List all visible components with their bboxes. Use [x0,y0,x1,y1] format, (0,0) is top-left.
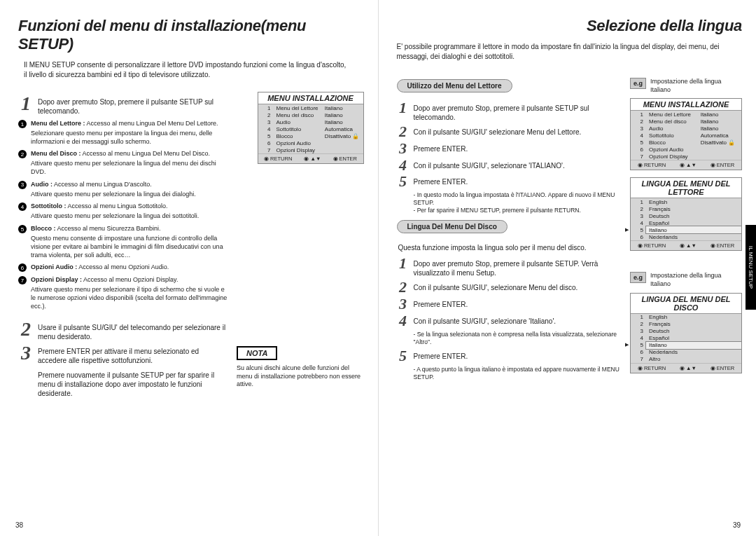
osd-setup-left: MENU INSTALLAZIONE1Menu del LettoreItali… [258,92,364,164]
step-num-1: 1 [18,95,34,112]
bullet-num-icon: 7 [18,276,27,284]
s2-num-2: 2 [397,280,410,294]
page-left: Funzioni del menu di installazione(menu … [0,0,379,536]
page-number-left: 38 [15,521,23,529]
bullet-6: 6Opzioni Audio : Accesso al menu Opzioni… [18,263,228,272]
bullet-desc-5: Questo menu consente di impostare una fu… [31,235,228,259]
left-intro: Il MENU SETUP consente di personalizzare… [24,60,347,79]
nota-text: Su alcuni dischi alcune delle funzioni d… [237,364,364,389]
eg-text-1: Impostazione della lingua Italiano [650,78,742,94]
bullet-desc-7: Attivare questo menu per selezionare il … [31,286,228,310]
side-tab: IL MENU SETUP [746,225,756,310]
bullet-num-icon: 4 [18,202,27,211]
right-intro: E' possibile programmare il lettore in m… [397,42,743,61]
s2-num-1: 1 [397,256,410,270]
bullet-num-icon: 6 [18,263,27,272]
bullet-1: 1Menu del Lettore : Accesso al menu Ling… [18,120,228,128]
step-num-3: 3 [18,344,34,362]
page-number-right: 39 [733,521,741,529]
bullet-num-icon: 5 [18,225,27,233]
left-step1: Dopo aver premuto Stop, premere il pulsa… [38,95,228,116]
s1-txt-3: Premere ENTER. [414,142,622,153]
osd-disco: LINGUA DEL MENU DEL DISCO1English2França… [630,293,742,373]
bullet-7: 7Opzioni Display : Accesso al menu Opzio… [18,276,228,284]
s2-txt-3: Premere ENTER. [414,297,622,309]
s2n2-0: - A questo punto la lingua italiano è im… [414,366,622,381]
s1-txt-1: Dopo aver premuto Stop, premere il pulsa… [414,101,622,122]
bullet-num-icon: 1 [18,120,27,128]
bullet-5: 5Blocco : Accesso al menu Sicurezza Bamb… [18,225,228,233]
bullet-desc-2: Attivare questo menu per selezionare la … [31,160,228,176]
eg-text-2: Impostazione della lingua Italiano [650,272,742,288]
s1n-0: - In questo modo la lingua impostata è l… [414,191,622,207]
bullet-desc-4: Attivare questo menu per selezionare la … [31,212,228,221]
s1-num-1: 1 [397,101,410,115]
bullet-desc-1: Selezionare questo menu per impostare la… [31,130,228,146]
s1-num-2: 2 [397,125,410,139]
bullet-desc-3: Attivare questo menu per selezionare la … [31,191,228,199]
subheader-disco: Lingua Del Menu Del Disco [397,220,507,233]
eg-badge-2: e.g [630,272,646,283]
s2n-0: - Se la lingua selezionata non è compres… [414,331,622,346]
bullet-4: 4Sottotitolo : Accesso al menu Lingua So… [18,202,228,211]
bullet-num-icon: 2 [18,150,27,158]
s1n-1: - Per far sparire il MENU SETUP, premere… [414,207,622,214]
subheader-lettore: Utilizzo del Menu del Lettore [397,79,512,92]
bullet-2: 2Menu del Disco : Accesso al menu Lingua… [18,150,228,158]
page-spread: Funzioni del menu di installazione(menu … [0,0,756,536]
left-step3b: Premere nuovamente il pulsante SETUP per… [38,368,228,398]
left-step3: Premere ENTER per attivare il menu selez… [38,344,228,365]
s2-num-4: 4 [397,314,410,328]
s2-num-3: 3 [397,297,410,311]
left-title: Funzioni del menu di installazione(menu … [18,17,364,53]
s2-txt-2: Con il pulsante SU/GIU', selezionare Men… [414,280,622,292]
left-step2: Usare il pulsante SU/GIU' del telecomand… [38,320,228,341]
s1-num-5: 5 [397,174,410,188]
osd-lettore: LINGUA DEL MENU DEL LETTORE1English2Fran… [630,177,742,251]
sec2-intro: Questa funzione imposta la lingua solo p… [398,240,622,252]
bullet-3: 3Audio : Accesso al menu Lingua D'ascolt… [18,181,228,189]
s1-txt-5: Premere ENTER. [414,174,622,186]
s1-num-4: 4 [397,158,410,172]
step-num-2: 2 [18,320,34,338]
page-right: Selezione della lingua E' possibile prog… [379,0,757,536]
osd-setup-right: MENU INSTALLAZIONE1Menu del LettoreItali… [630,98,742,170]
s2-num-5: 5 [397,349,410,363]
nota-label: NOTA [237,346,277,360]
s1-num-3: 3 [397,142,410,156]
bullet-num-icon: 3 [18,181,27,189]
right-title: Selezione della lingua [397,17,743,35]
eg-badge-1: e.g [630,78,646,89]
s2-step5: Premere ENTER. [414,349,622,361]
s2-txt-1: Dopo aver premuto Stop, premere il pulsa… [414,256,622,277]
s2-txt-4: Con il pulsante SU/GIU', selezionare 'It… [414,314,622,326]
s1-txt-4: Con il pulsante SU/GIU', selezionare 'IT… [414,158,622,170]
s1-txt-2: Con il pulsante SU/GIU' selezionare Menu… [414,125,622,137]
